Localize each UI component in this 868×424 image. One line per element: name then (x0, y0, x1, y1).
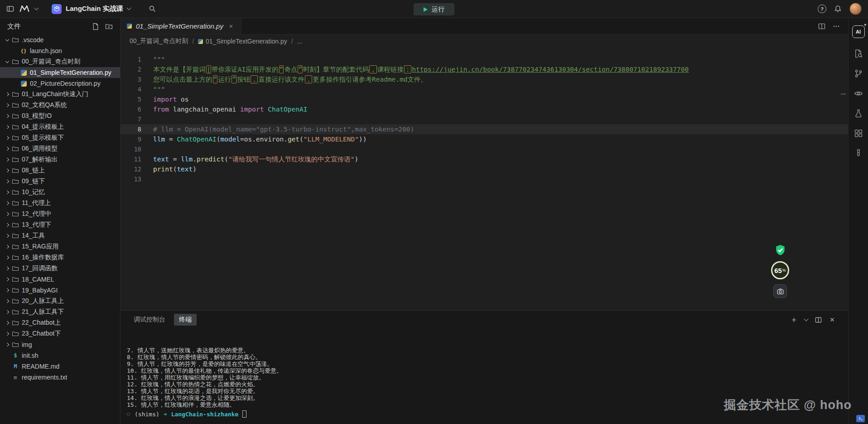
code-line[interactable]: 5import os (121, 94, 848, 104)
tree-folder[interactable]: 21_人脉工具下 (0, 307, 120, 317)
tree-file[interactable]: $init.sh (0, 350, 120, 361)
screenshot-camera-icon[interactable] (773, 284, 787, 298)
tree-folder[interactable]: 12_代理中 (0, 209, 120, 219)
tree-folder[interactable]: 14_工具 (0, 230, 120, 241)
tree-folder[interactable]: 05_提示模板下 (0, 132, 120, 143)
new-folder-icon[interactable] (105, 23, 113, 30)
terminal-dropdown-icon[interactable] (804, 317, 809, 321)
tree-folder[interactable]: 02_文档QA系统 (0, 100, 120, 111)
scrollbar-thumb[interactable] (841, 93, 846, 95)
tree-folder[interactable]: 01_LangChain快速入门 (0, 89, 120, 100)
chevron-right-icon (4, 104, 11, 107)
folder-icon (11, 341, 20, 348)
beaker-test-icon[interactable] (854, 109, 863, 118)
code-line[interactable]: 11text = llm.predict("请给我写一句情人节红玫瑰的中文宣传语… (121, 154, 848, 164)
code-line[interactable]: 2本文件是【开篇词|带你亲证AI应用开发的“奇点”时刻】章节的配套代码，课程链接… (121, 64, 848, 74)
tree-folder[interactable]: 22_Chatbot上 (0, 317, 120, 328)
panel-tab-terminal[interactable]: 终端 (174, 314, 197, 326)
python-chip (21, 70, 27, 76)
code-line[interactable]: 13 (121, 174, 848, 184)
tree-folder[interactable]: 18_CAMEL (0, 274, 120, 285)
tree-folder[interactable]: 10_记忆 (0, 187, 120, 198)
code-text: text = llm.predict("请给我写一句情人节红玫瑰的中文宣传语") (141, 154, 358, 164)
new-terminal-icon[interactable] (791, 317, 797, 323)
close-panel-icon[interactable] (829, 317, 835, 323)
tree-file[interactable]: ≡requirements.txt (0, 372, 120, 383)
code-token: """ (153, 56, 165, 63)
run-button[interactable]: 运行 (414, 3, 454, 15)
split-editor-icon[interactable] (818, 23, 825, 30)
tree-folder[interactable]: 11_代理上 (0, 198, 120, 209)
code-token: = (169, 156, 181, 163)
tab-close-icon[interactable] (227, 23, 235, 30)
more-actions-icon[interactable] (833, 23, 840, 30)
tree-folder[interactable]: 16_操作数据库 (0, 252, 120, 263)
tree-file[interactable]: 01_SimpleTextGeneration.py (0, 67, 120, 78)
floating-terminal-icon[interactable] (856, 415, 865, 422)
user-avatar[interactable] (849, 3, 862, 15)
panel-tab-debug-console[interactable]: 调试控制台 (129, 314, 170, 326)
code-editor[interactable]: 1"""2本文件是【开篇词|带你亲证AI应用开发的“奇点”时刻】章节的配套代码，… (121, 48, 848, 310)
file-explorer-sidebar: 文件 .vscode{}launch.json 00_开篇词_奇点时刻01_Si… (0, 18, 121, 424)
split-terminal-icon[interactable] (815, 317, 822, 323)
toggle-sidebar-icon[interactable] (6, 5, 14, 13)
terminal-line: 12. 红玫瑰，情人节的热情之花，点燃爱的火焰。 (127, 381, 848, 388)
tree-folder[interactable]: img (0, 339, 120, 350)
code-line[interactable]: 7 (121, 114, 848, 124)
source-control-icon[interactable] (854, 69, 863, 78)
logo-chevron-down-icon[interactable] (34, 6, 39, 10)
breadcrumb-item[interactable]: 01_SimpleTextGeneration.py (198, 38, 287, 45)
help-icon[interactable]: ? (818, 5, 826, 13)
search-file-icon[interactable] (854, 49, 863, 58)
tree-folder[interactable]: 07_解析输出 (0, 154, 120, 165)
breadcrumb-item[interactable]: 00_开篇词_奇点时刻 (130, 37, 188, 45)
tree-folder[interactable]: 08_链上 (0, 165, 120, 176)
notifications-bell-icon[interactable] (834, 5, 842, 13)
line-number: 13 (121, 174, 141, 184)
course-selector[interactable]: LangChain 实战课 (52, 4, 130, 14)
preview-eye-icon[interactable] (854, 89, 863, 98)
code-line[interactable]: 6from langchain_openai import ChatOpenAI (121, 104, 848, 114)
tree-folder[interactable]: 15_RAG应用 (0, 241, 120, 252)
code-line[interactable]: 4""" (121, 84, 848, 94)
score-badge[interactable]: 65% (771, 261, 789, 279)
folder-icon (11, 156, 20, 163)
code-line[interactable]: 3您可以点击最上方的“运行”按钮，直接运行该文件，更多操作指引请参考Readme… (121, 74, 848, 84)
extensions-grid-icon[interactable] (854, 129, 863, 138)
tree-item-label: 02_文档QA系统 (22, 101, 67, 109)
chevron-right-icon (4, 300, 11, 302)
tree-folder[interactable]: 04_提示模板上 (0, 122, 120, 132)
tree-folder[interactable]: 20_人脉工具上 (0, 296, 120, 307)
code-line[interactable]: 8# llm = OpenAI(model_name="gpt-3.5-turb… (121, 124, 848, 134)
code-line[interactable]: 10 (121, 144, 848, 154)
tree-folder[interactable]: 00_开篇词_奇点时刻 (0, 56, 120, 67)
tree-file[interactable]: {}launch.json (0, 45, 120, 56)
breadcrumb-item[interactable]: ... (297, 38, 303, 45)
code-token: ) (193, 166, 197, 173)
tree-folder[interactable]: 23_Chatbot下 (0, 328, 120, 339)
editor-region: 01_SimpleTextGeneration.py 00_开篇词_奇点时刻/0… (121, 18, 848, 424)
marscode-logo-icon[interactable] (19, 5, 29, 12)
tree-file[interactable]: MREADME.md (0, 361, 120, 372)
tree-folder[interactable]: 19_BabyAGI (0, 285, 120, 296)
top-bar: LangChain 实战课 运行 ? (0, 0, 868, 18)
editor-tab[interactable]: 01_SimpleTextGeneration.py (121, 18, 241, 34)
tree-item-label: 17_回调函数 (22, 264, 58, 273)
test-tube-icon[interactable] (854, 149, 863, 158)
tree-folder[interactable]: 06_调用模型 (0, 143, 120, 154)
tree-file[interactable]: 02_PictureDescription.py (0, 78, 120, 89)
tree-item-label: 00_开篇词_奇点时刻 (22, 58, 80, 66)
tree-folder[interactable]: 03_模型IO (0, 111, 120, 122)
new-file-icon[interactable] (92, 23, 100, 30)
code-line[interactable]: 1""" (121, 54, 848, 64)
code-line[interactable]: 12print(text) (121, 164, 848, 174)
breadcrumb-separator: / (291, 38, 293, 45)
search-icon[interactable] (149, 5, 156, 13)
tree-folder[interactable]: 09_链下 (0, 176, 120, 187)
tree-folder[interactable]: 13_代理下 (0, 219, 120, 230)
code-line[interactable]: 9llm = ChatOpenAI(model=os.environ.get("… (121, 134, 848, 144)
shield-check-icon[interactable] (774, 244, 786, 256)
ai-assistant-icon[interactable]: AI (852, 25, 865, 38)
tree-folder[interactable]: .vscode (0, 34, 120, 45)
tree-folder[interactable]: 17_回调函数 (0, 263, 120, 274)
